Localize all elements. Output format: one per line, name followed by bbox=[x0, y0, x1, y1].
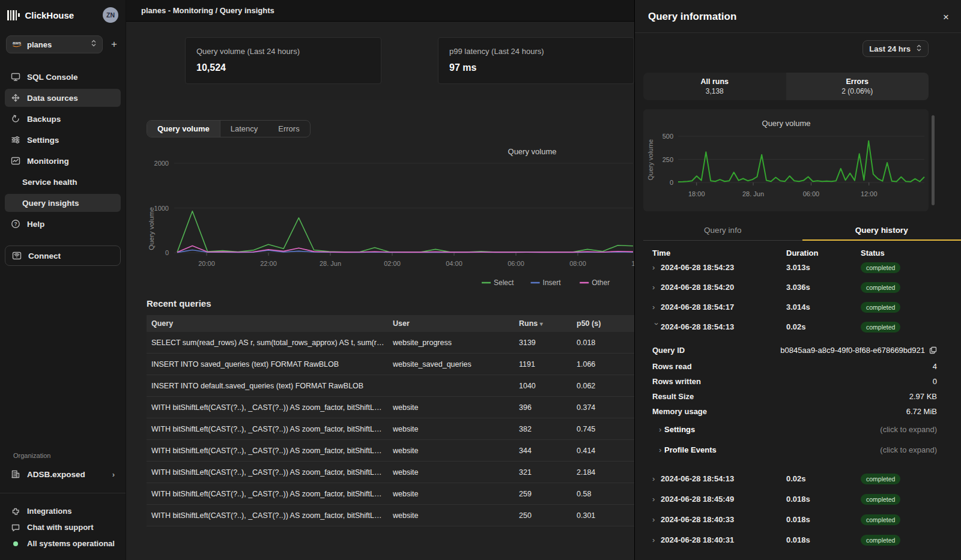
table-row[interactable]: INSERT INTO default.saved_queries (text)… bbox=[147, 375, 634, 397]
chevron-right-icon[interactable]: › bbox=[652, 283, 661, 292]
sidebar-item-chat-support[interactable]: Chat with support bbox=[5, 519, 121, 535]
table-row[interactable]: INSERT INTO saved_queries (text) FORMAT … bbox=[147, 354, 634, 375]
sort-caret-icon: ▾ bbox=[540, 321, 543, 327]
copy-icon[interactable] bbox=[929, 346, 937, 354]
sidebar-item-label: SQL Console bbox=[27, 73, 78, 82]
table-cell: WITH bitShiftLeft(CAST(?..), _CAST(?..))… bbox=[147, 468, 393, 477]
clickhouse-logo-icon bbox=[7, 10, 20, 20]
table-row[interactable]: WITH bitShiftLeft(CAST(?..), _CAST(?..))… bbox=[147, 462, 634, 483]
history-row[interactable]: ›2024-06-28 18:45:490.018scompleted bbox=[635, 489, 961, 509]
column-header-user[interactable]: User bbox=[393, 319, 519, 328]
legend-item-other[interactable]: Other bbox=[580, 278, 610, 287]
chevron-down-icon[interactable]: › bbox=[652, 323, 661, 331]
expander-row-profile-events[interactable]: ›Profile Events(click to expand) bbox=[652, 440, 937, 460]
chevron-right-icon[interactable]: › bbox=[652, 495, 661, 504]
console-icon bbox=[11, 72, 20, 82]
sidebar-item-query-insights[interactable]: Query insights bbox=[5, 194, 121, 212]
chart-tab-latency[interactable]: Latency bbox=[220, 121, 268, 137]
table-cell: 321 bbox=[519, 468, 577, 477]
column-header-p50[interactable]: p50 (s) bbox=[577, 319, 634, 328]
chevron-right-icon[interactable]: › bbox=[652, 303, 661, 312]
errors-cell[interactable]: Errors 2 (0.06%) bbox=[786, 73, 929, 100]
tab-query-history[interactable]: Query history bbox=[802, 220, 961, 241]
sidebar-item-integrations[interactable]: Integrations bbox=[5, 503, 121, 519]
history-row[interactable]: ›2024-06-28 18:54:233.013scompleted bbox=[635, 257, 961, 277]
table-row[interactable]: SELECT sum(read_rows) AS r, sum(total_ro… bbox=[147, 332, 634, 354]
connect-button[interactable]: Connect bbox=[5, 245, 121, 266]
history-time: 2024-06-28 18:54:13 bbox=[661, 474, 786, 483]
column-header-query[interactable]: Query bbox=[147, 319, 393, 328]
chart-tab-query-volume[interactable]: Query volume bbox=[147, 121, 220, 137]
service-row: aws planes + bbox=[6, 35, 120, 53]
sidebar-item-help[interactable]: ? Help bbox=[5, 215, 121, 233]
sidebar-item-settings[interactable]: Settings bbox=[5, 131, 121, 149]
svg-text:0: 0 bbox=[670, 179, 673, 186]
history-row[interactable]: ›2024-06-28 18:54:173.014scompleted bbox=[635, 297, 961, 317]
history-row[interactable]: ›2024-06-28 18:54:130.02scompleted bbox=[635, 469, 961, 489]
breadcrumb: planes - Monitoring / Query insights bbox=[141, 6, 274, 15]
expander-row-settings[interactable]: ›Settings(click to expand) bbox=[652, 420, 937, 439]
sidebar-item-backups[interactable]: Backups bbox=[5, 110, 121, 128]
sidebar-item-monitoring[interactable]: Monitoring bbox=[5, 152, 121, 170]
mini-chart-svg[interactable]: Query volumeQuery volume025050018:0028. … bbox=[643, 109, 929, 211]
svg-text:Select: Select bbox=[494, 278, 514, 287]
column-header-runs[interactable]: Runs ▾ bbox=[519, 319, 577, 328]
table-body: SELECT sum(read_rows) AS r, sum(total_ro… bbox=[147, 332, 634, 526]
all-runs-cell[interactable]: All runs 3,138 bbox=[643, 73, 786, 100]
table-cell: 259 bbox=[519, 490, 577, 498]
close-icon[interactable]: × bbox=[943, 12, 949, 22]
main-content: Query volumeLatencyErrors Query volumeQu… bbox=[126, 100, 634, 560]
chevron-right-icon[interactable]: › bbox=[652, 535, 661, 544]
time-range-select[interactable]: Last 24 hrs bbox=[862, 40, 929, 57]
panel-tab-group: Query info Query history bbox=[643, 220, 961, 241]
history-time: 2024-06-28 18:54:17 bbox=[661, 303, 786, 312]
expander-hint: (click to expand) bbox=[880, 425, 937, 434]
table-cell: website bbox=[393, 511, 519, 520]
time-range-value: Last 24 hrs bbox=[869, 44, 911, 53]
table-cell: website bbox=[393, 403, 519, 412]
service-select[interactable]: aws planes bbox=[6, 35, 103, 53]
stat-value: 10,524 bbox=[196, 62, 370, 73]
status-badge: completed bbox=[861, 494, 900, 505]
service-name: planes bbox=[27, 40, 52, 49]
history-row[interactable]: ›2024-06-28 18:54:203.036scompleted bbox=[635, 277, 961, 297]
system-status-row[interactable]: All systems operational bbox=[5, 535, 121, 552]
history-row[interactable]: ›2024-06-28 18:40:310.018scompleted bbox=[635, 530, 961, 550]
legend-item-select[interactable]: Select bbox=[482, 278, 514, 287]
user-avatar[interactable]: ZN bbox=[103, 7, 118, 23]
status-cell: completed bbox=[861, 302, 900, 313]
query-volume-chart-svg[interactable]: Query volumeQuery volume01000200020:0022… bbox=[126, 139, 634, 289]
table-cell: 1040 bbox=[519, 382, 577, 390]
svg-text:?: ? bbox=[14, 221, 17, 227]
backups-icon bbox=[11, 114, 20, 124]
chart-tab-errors[interactable]: Errors bbox=[268, 121, 309, 137]
svg-text:06:00: 06:00 bbox=[508, 260, 524, 267]
tab-query-info[interactable]: Query info bbox=[643, 220, 802, 240]
table-row[interactable]: WITH bitShiftLeft(CAST(?..), _CAST(?..))… bbox=[147, 397, 634, 418]
history-time: 2024-06-28 18:54:23 bbox=[661, 263, 786, 272]
chevron-right-icon[interactable]: › bbox=[652, 515, 661, 524]
legend-item-insert[interactable]: Insert bbox=[531, 278, 562, 287]
status-cell: completed bbox=[861, 514, 900, 525]
connect-icon bbox=[12, 251, 22, 260]
expander-hint: (click to expand) bbox=[880, 445, 937, 454]
panel-scrollbar[interactable] bbox=[932, 115, 935, 205]
table-cell: WITH bitShiftLeft(CAST(?..), _CAST(?..))… bbox=[147, 511, 393, 520]
status-cell: completed bbox=[861, 282, 900, 293]
chevron-right-icon[interactable]: › bbox=[652, 474, 661, 483]
table-row[interactable]: WITH bitShiftLeft(CAST(?..), _CAST(?..))… bbox=[147, 505, 634, 526]
chevron-right-icon[interactable]: › bbox=[652, 263, 661, 272]
detail-label: Memory usage bbox=[652, 407, 707, 416]
sidebar-item-data-sources[interactable]: Data sources bbox=[5, 89, 121, 107]
history-row[interactable]: ›2024-06-28 18:54:130.02scompleted bbox=[635, 317, 961, 337]
history-row[interactable]: ›2024-06-28 18:40:330.018scompleted bbox=[635, 510, 961, 529]
table-row[interactable]: WITH bitShiftLeft(CAST(?..), _CAST(?..))… bbox=[147, 440, 634, 462]
sidebar-item-service-health[interactable]: Service health bbox=[5, 173, 121, 191]
organization-row[interactable]: ADSB.exposed › bbox=[5, 465, 121, 483]
topbar: planes - Monitoring / Query insights bbox=[126, 0, 634, 22]
table-row[interactable]: WITH bitShiftLeft(CAST(?..), _CAST(?..))… bbox=[147, 418, 634, 440]
add-service-button[interactable]: + bbox=[109, 38, 120, 50]
status-cell: completed bbox=[861, 535, 900, 546]
table-row[interactable]: WITH bitShiftLeft(CAST(?..), _CAST(?..))… bbox=[147, 483, 634, 505]
sidebar-item-sql-console[interactable]: SQL Console bbox=[5, 68, 121, 86]
